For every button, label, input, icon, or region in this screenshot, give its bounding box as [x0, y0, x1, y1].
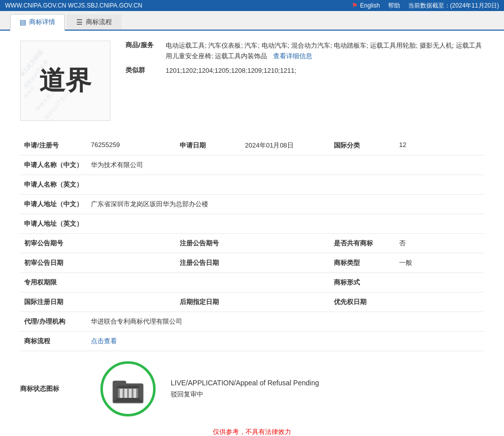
table-row: 申请人地址（中文） 广东省深圳市龙岗区坂田华为总部办公楼 — [20, 195, 484, 214]
field-label: 初审公告日期 — [20, 253, 87, 273]
field-value: 12 — [395, 136, 484, 156]
table-row: 申请/注册号 76255259 申请日期 2024年01月08日 国际分类 12 — [20, 136, 484, 156]
goods-services-value: 电动运载工具; 汽车仪表板; 汽车; 电动汽车; 混合动力汽车; 电动踏板车; … — [166, 41, 484, 62]
table-row: 国际注册日期 后期指定日期 优先权日期 — [20, 293, 484, 312]
date-info: 当前数据截至：(2024年11月20日) — [408, 2, 499, 10]
help-link[interactable]: 帮助 — [388, 2, 400, 10]
tab-bar: ▤ 商标详情 ☰ 商标流程 — [0, 11, 504, 31]
field-value: 否 — [395, 234, 484, 253]
field-value — [241, 234, 330, 253]
status-title-en: LIVE/APPLICATION/Appeal of Refusal Pendi… — [171, 379, 484, 387]
tab-detail[interactable]: ▤ 商标详情 — [10, 14, 65, 31]
similar-group-value: 1201;1202;1204;1205;1208;1209;1210;1211; — [166, 66, 296, 76]
field-label: 申请人地址（中文） — [20, 195, 87, 214]
status-icon-wrap — [100, 361, 156, 416]
field-value — [241, 253, 330, 273]
field-value — [395, 293, 484, 312]
detail-table: 申请/注册号 76255259 申请日期 2024年01月08日 国际分类 12… — [20, 136, 484, 351]
goods-services-label: 商品/服务 — [125, 41, 161, 62]
similar-group-row: 类似群 1201;1202;1204;1205;1208;1209;1210;1… — [125, 66, 484, 76]
table-row: 申请人名称（英文） — [20, 175, 484, 195]
field-label: 申请人地址（英文） — [20, 214, 87, 234]
status-section-label: 商标状态图标 — [20, 384, 85, 393]
svg-rect-5 — [129, 389, 132, 398]
field-value: 76255259 — [87, 136, 176, 156]
field-value — [395, 273, 484, 293]
trademark-logo-text: 道界 — [39, 63, 91, 98]
table-row: 初审公告日期 注册公告日期 商标类型 一般 — [20, 253, 484, 273]
field-label: 注册公告日期 — [176, 253, 241, 273]
table-row: 专用权期限 商标形式 — [20, 273, 484, 293]
similar-group-label: 类似群 — [125, 66, 161, 76]
field-value — [87, 234, 176, 253]
svg-rect-6 — [134, 389, 136, 398]
disclaimer: 仅供参考，不具有法律效力 — [20, 421, 484, 436]
trademark-process-link[interactable]: 点击查看 — [91, 337, 117, 345]
svg-rect-3 — [120, 389, 122, 398]
field-value: 华进联合专利商标代理有限公司 — [87, 312, 484, 332]
field-label: 注册公告期号 — [176, 234, 241, 253]
goods-services-row: 商品/服务 电动运载工具; 汽车仪表板; 汽车; 电动汽车; 混合动力汽车; 电… — [125, 41, 484, 62]
status-icon-svg — [110, 371, 146, 407]
tab-detail-label: 商标详情 — [29, 18, 55, 27]
tab-process-label: 商标流程 — [86, 18, 112, 27]
field-value — [87, 293, 176, 312]
field-value — [87, 253, 176, 273]
field-label: 专用权期限 — [20, 273, 87, 293]
tab-process-icon: ☰ — [76, 18, 83, 26]
table-row: 代理/办理机构 华进联合专利商标代理有限公司 — [20, 312, 484, 332]
status-info: LIVE/APPLICATION/Appeal of Refusal Pendi… — [171, 379, 484, 399]
lang-flag: ⚑ English — [352, 2, 380, 9]
field-label: 国际分类 — [330, 136, 395, 156]
field-label: 代理/办理机构 — [20, 312, 87, 332]
field-label: 是否共有商标 — [330, 234, 395, 253]
field-label: 商标流程 — [20, 332, 87, 351]
status-section: 商标状态图标 LIVE/APPLICATION — [20, 351, 484, 421]
field-value: 华为技术有限公司 — [87, 156, 484, 175]
field-label: 初审公告期号 — [20, 234, 87, 253]
top-section: 中华人民共和国 国家知识产权局 商标局 中华人民共和国 国家知识产权局 商标局 … — [20, 41, 484, 126]
field-value — [241, 293, 330, 312]
svg-rect-4 — [124, 389, 127, 398]
field-value: 2024年01月08日 — [241, 136, 330, 156]
table-row: 初审公告期号 注册公告期号 是否共有商标 否 — [20, 234, 484, 253]
field-label: 申请人名称（英文） — [20, 175, 87, 195]
field-label: 申请/注册号 — [20, 136, 87, 156]
svg-rect-1 — [112, 381, 126, 386]
field-value: 点击查看 — [87, 332, 484, 351]
svg-rect-7 — [117, 386, 139, 388]
table-row: 申请人地址（英文） — [20, 214, 484, 234]
field-label: 商标形式 — [330, 273, 395, 293]
tab-process[interactable]: ☰ 商标流程 — [67, 14, 121, 30]
field-label: 商标类型 — [330, 253, 395, 273]
field-value — [87, 214, 484, 234]
trademark-info: 商品/服务 电动运载工具; 汽车仪表板; 汽车; 电动汽车; 混合动力汽车; 电… — [125, 41, 484, 121]
language-label[interactable]: English — [360, 2, 380, 9]
field-value — [87, 175, 484, 195]
field-label: 后期指定日期 — [176, 293, 241, 312]
field-label: 优先权日期 — [330, 293, 395, 312]
status-title-cn: 驳回复审中 — [171, 390, 484, 399]
goods-services-link[interactable]: 查看详细信息 — [273, 52, 312, 60]
top-bar-domains: WWW.CNIPA.GOV.CN WCJS.SBJ.CNIPA.GOV.CN — [5, 2, 352, 9]
main-content: 中华人民共和国 国家知识产权局 商标局 中华人民共和国 国家知识产权局 商标局 … — [0, 31, 504, 436]
table-row: 商标流程 点击查看 — [20, 332, 484, 351]
field-label: 国际注册日期 — [20, 293, 87, 312]
field-value: 一般 — [395, 253, 484, 273]
trademark-logo: 中华人民共和国 国家知识产权局 商标局 中华人民共和国 国家知识产权局 商标局 … — [20, 41, 110, 121]
field-value — [87, 273, 330, 293]
field-value: 广东省深圳市龙岗区坂田华为总部办公楼 — [87, 195, 484, 214]
tab-detail-icon: ▤ — [20, 18, 26, 26]
table-row: 申请人名称（中文） 华为技术有限公司 — [20, 156, 484, 175]
field-label: 申请人名称（中文） — [20, 156, 87, 175]
field-label: 申请日期 — [176, 136, 241, 156]
top-bar: WWW.CNIPA.GOV.CN WCJS.SBJ.CNIPA.GOV.CN ⚑… — [0, 0, 504, 11]
svg-rect-9 — [114, 400, 142, 402]
